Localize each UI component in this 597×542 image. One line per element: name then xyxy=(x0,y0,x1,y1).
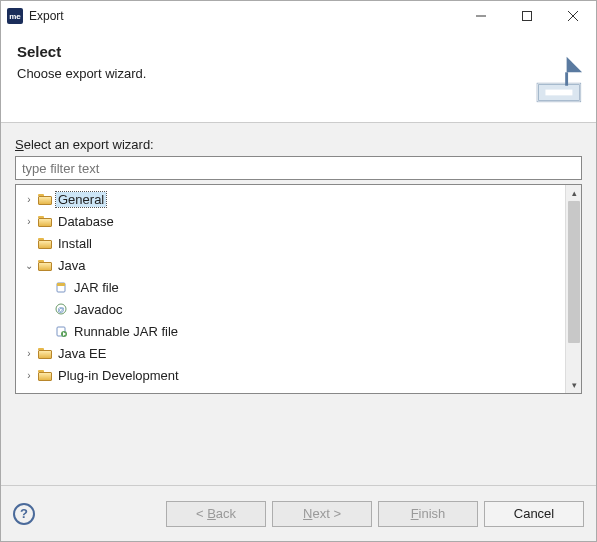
tree-item-label: Database xyxy=(56,214,116,229)
tree-item-label: JAR file xyxy=(72,280,121,295)
back-button[interactable]: < Back xyxy=(166,501,266,527)
button-bar: ? < Back Next > Finish Cancel xyxy=(1,485,596,541)
wizard-body: Select an export wizard: ›General›Databa… xyxy=(1,123,596,485)
tree-folder[interactable]: ⌄Java xyxy=(16,254,565,276)
tree-item-label: Plug-in Development xyxy=(56,368,181,383)
svg-text:@: @ xyxy=(57,306,64,313)
filter-input[interactable] xyxy=(15,156,582,180)
svg-marker-7 xyxy=(567,57,582,72)
chevron-right-icon[interactable]: › xyxy=(22,194,36,205)
chevron-down-icon[interactable]: ⌄ xyxy=(22,260,36,271)
tree-folder[interactable]: Install xyxy=(16,232,565,254)
jar-icon xyxy=(52,280,70,294)
tree-item-label: Javadoc xyxy=(72,302,124,317)
scroll-thumb[interactable] xyxy=(568,201,580,343)
chevron-right-icon[interactable]: › xyxy=(22,370,36,381)
cancel-button[interactable]: Cancel xyxy=(484,501,584,527)
next-button[interactable]: Next > xyxy=(272,501,372,527)
tree-leaf[interactable]: Runnable JAR file xyxy=(16,320,565,342)
chevron-right-icon[interactable]: › xyxy=(22,216,36,227)
tree-folder[interactable]: ›Java EE xyxy=(16,342,565,364)
finish-button[interactable]: Finish xyxy=(378,501,478,527)
page-subtitle: Choose export wizard. xyxy=(17,66,580,81)
export-icon xyxy=(528,53,586,105)
tree-label: Select an export wizard: xyxy=(15,137,582,152)
tree-item-label: Install xyxy=(56,236,94,251)
runjar-icon xyxy=(52,324,70,338)
minimize-button[interactable] xyxy=(458,1,504,31)
folder-icon xyxy=(36,216,54,227)
tree-leaf[interactable]: @Javadoc xyxy=(16,298,565,320)
chevron-right-icon[interactable]: › xyxy=(22,348,36,359)
tree-item-label: General xyxy=(56,192,106,207)
scrollbar[interactable]: ▴ ▾ xyxy=(565,185,581,393)
close-button[interactable] xyxy=(550,1,596,31)
tree-folder[interactable]: ›Plug-in Development xyxy=(16,364,565,386)
titlebar: me Export xyxy=(1,1,596,31)
folder-icon xyxy=(36,238,54,249)
scroll-down-icon[interactable]: ▾ xyxy=(566,377,582,393)
help-button[interactable]: ? xyxy=(13,503,35,525)
tree-folder[interactable]: ›General xyxy=(16,188,565,210)
svg-rect-10 xyxy=(57,283,65,286)
svg-rect-6 xyxy=(545,90,572,96)
tree-folder[interactable]: ›Database xyxy=(16,210,565,232)
tree-item-label: Java xyxy=(56,258,87,273)
page-title: Select xyxy=(17,43,580,60)
svg-rect-1 xyxy=(523,12,532,21)
tree-leaf[interactable]: JAR file xyxy=(16,276,565,298)
tree-container: ›General›DatabaseInstall⌄JavaJAR file@Ja… xyxy=(15,184,582,394)
wizard-header: Select Choose export wizard. xyxy=(1,31,596,123)
maximize-button[interactable] xyxy=(504,1,550,31)
folder-icon xyxy=(36,370,54,381)
window-title: Export xyxy=(29,9,64,23)
wizard-tree[interactable]: ›General›DatabaseInstall⌄JavaJAR file@Ja… xyxy=(16,185,565,393)
tree-item-label: Java EE xyxy=(56,346,108,361)
tree-item-label: Runnable JAR file xyxy=(72,324,180,339)
scroll-up-icon[interactable]: ▴ xyxy=(566,185,582,201)
folder-icon xyxy=(36,194,54,205)
app-icon: me xyxy=(7,8,23,24)
javadoc-icon: @ xyxy=(52,302,70,316)
folder-icon xyxy=(36,348,54,359)
folder-icon xyxy=(36,260,54,271)
